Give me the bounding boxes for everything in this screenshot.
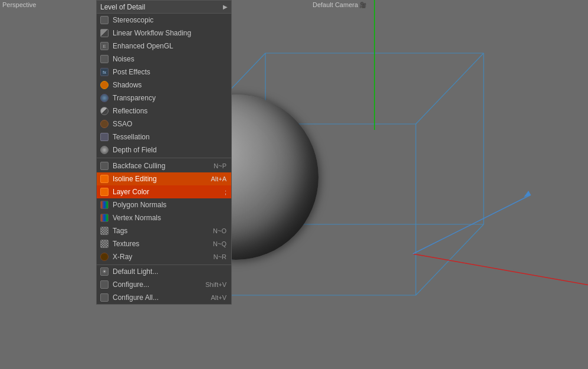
configure-all-label: Configure All... <box>113 293 206 302</box>
noises-icon <box>99 54 110 64</box>
viewport: Perspective Default Camera 🎥 <box>0 0 588 369</box>
enhanced-opengl-label: Enhanced OpenGL <box>113 42 226 50</box>
menu-separator-1 <box>97 158 231 158</box>
textures-icon <box>99 239 110 249</box>
menu-item-tags[interactable]: Tags N~O <box>97 224 231 237</box>
configure-all-shortcut: Alt+V <box>211 294 226 301</box>
menu-item-enhanced-opengl[interactable]: E Enhanced OpenGL <box>97 40 231 53</box>
post-effects-label: Post Effects <box>113 68 226 76</box>
backface-culling-label: Backface Culling <box>113 162 209 170</box>
menu-item-ssao[interactable]: SSAO <box>97 117 231 130</box>
menu-item-post-effects[interactable]: fx Post Effects <box>97 66 231 79</box>
menu-item-tessellation[interactable]: Tessellation <box>97 130 231 143</box>
configure-all-icon <box>99 292 110 303</box>
menu-item-vertex-normals[interactable]: Vertex Normals <box>97 211 231 224</box>
ssao-icon <box>99 119 110 129</box>
menu-bottom-section: ☀ Default Light... Configure... Shift+V … <box>97 264 231 304</box>
layer-color-label: Layer Color <box>113 188 220 196</box>
menu-item-layer-color[interactable]: Layer Color ; <box>97 185 231 198</box>
camera-label: Default Camera 🎥 <box>313 1 366 8</box>
menu-item-stereoscopic[interactable]: Stereoscopic <box>97 14 231 27</box>
menu-item-default-light[interactable]: ☀ Default Light... <box>97 265 231 278</box>
configure-shortcut: Shift+V <box>205 281 226 288</box>
vertex-normals-label: Vertex Normals <box>113 214 226 222</box>
isoline-editing-shortcut: Alt+A <box>211 175 226 182</box>
depth-of-field-icon <box>99 145 110 155</box>
stereoscopic-label: Stereoscopic <box>113 16 226 24</box>
menu-item-backface-culling[interactable]: Backface Culling N~P <box>97 159 231 172</box>
layer-color-shortcut: ; <box>225 188 226 195</box>
shadows-label: Shadows <box>113 81 226 89</box>
transparency-icon <box>99 93 110 103</box>
linear-workflow-icon <box>99 28 110 38</box>
vertex-normals-icon <box>99 213 110 223</box>
backface-culling-icon <box>99 161 110 171</box>
textures-shortcut: N~Q <box>213 240 226 247</box>
perspective-label: Perspective <box>2 1 36 8</box>
default-light-label: Default Light... <box>113 267 226 276</box>
menu-item-linear-workflow[interactable]: Linear Workflow Shading <box>97 27 231 40</box>
menu-item-configure-all[interactable]: Configure All... Alt+V <box>97 291 231 304</box>
tags-icon <box>99 226 110 236</box>
svg-line-9 <box>416 53 484 124</box>
tessellation-label: Tessellation <box>113 133 226 141</box>
camera-text: Default Camera <box>313 1 358 8</box>
polygon-normals-icon <box>99 200 110 210</box>
textures-label: Textures <box>113 240 208 248</box>
menu-item-xray[interactable]: X-Ray N~R <box>97 250 231 263</box>
tessellation-icon <box>99 132 110 142</box>
menu-item-transparency[interactable]: Transparency <box>97 92 231 105</box>
menu-item-level-of-detail[interactable]: Level of Detail ▶ <box>97 1 231 14</box>
default-light-icon: ☀ <box>99 266 110 277</box>
xray-label: X-Ray <box>113 253 209 261</box>
menu-item-depth-of-field[interactable]: Depth of Field <box>97 143 231 156</box>
isoline-editing-icon <box>99 174 110 184</box>
layer-color-icon <box>99 187 110 197</box>
menu-item-shadows[interactable]: Shadows <box>97 79 231 92</box>
configure-label: Configure... <box>113 280 201 289</box>
submenu-arrow: ▶ <box>223 4 228 10</box>
tags-label: Tags <box>113 227 208 235</box>
depth-of-field-label: Depth of Field <box>113 146 226 154</box>
ssao-label: SSAO <box>113 120 226 128</box>
stereoscopic-icon <box>99 15 110 25</box>
xray-shortcut: N~R <box>213 253 226 260</box>
context-menu: Level of Detail ▶ Stereoscopic Linear Wo… <box>96 0 232 305</box>
post-effects-icon: fx <box>99 67 110 77</box>
menu-item-noises[interactable]: Noises <box>97 53 231 66</box>
tags-shortcut: N~O <box>213 227 226 234</box>
menu-item-reflections[interactable]: Reflections <box>97 105 231 117</box>
menu-item-configure[interactable]: Configure... Shift+V <box>97 278 231 291</box>
shadows-icon <box>99 80 110 90</box>
lod-label: Level of Detail <box>100 3 223 11</box>
noises-label: Noises <box>113 55 226 63</box>
configure-icon <box>99 279 110 290</box>
isoline-editing-label: Isoline Editing <box>113 175 206 183</box>
enhanced-opengl-icon: E <box>99 41 110 51</box>
linear-workflow-label: Linear Workflow Shading <box>113 29 226 37</box>
backface-culling-shortcut: N~P <box>213 162 226 169</box>
polygon-normals-label: Polygon Normals <box>113 201 226 209</box>
menu-item-textures[interactable]: Textures N~Q <box>97 237 231 250</box>
menu-item-polygon-normals[interactable]: Polygon Normals <box>97 198 231 211</box>
reflections-icon <box>99 106 110 116</box>
reflections-label: Reflections <box>113 107 226 115</box>
transparency-label: Transparency <box>113 94 226 102</box>
xray-icon <box>99 252 110 262</box>
menu-item-isoline-editing[interactable]: Isoline Editing Alt+A <box>97 172 231 185</box>
svg-line-13 <box>413 254 588 289</box>
camera-icon: 🎥 <box>359 2 366 8</box>
